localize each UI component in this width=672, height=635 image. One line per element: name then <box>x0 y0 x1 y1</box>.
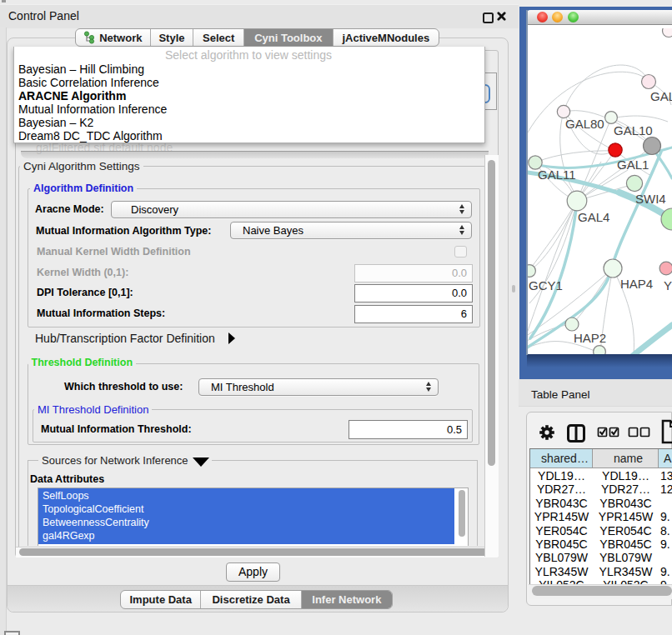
svg-text:GAL10: GAL10 <box>614 123 653 138</box>
svg-text:GAL80: GAL80 <box>565 117 604 131</box>
svg-text:GAL11: GAL11 <box>538 168 576 182</box>
svg-text:GCY1: GCY1 <box>529 278 563 292</box>
svg-text:SWI4: SWI4 <box>635 192 666 206</box>
svg-text:Y: Y <box>664 278 672 292</box>
svg-text:HAP4: HAP4 <box>620 277 653 291</box>
svg-text:GAL4: GAL4 <box>578 210 609 224</box>
svg-text:HAP2: HAP2 <box>574 331 606 345</box>
svg-text:GAL: GAL <box>650 89 672 103</box>
svg-text:GAL1: GAL1 <box>617 158 649 172</box>
